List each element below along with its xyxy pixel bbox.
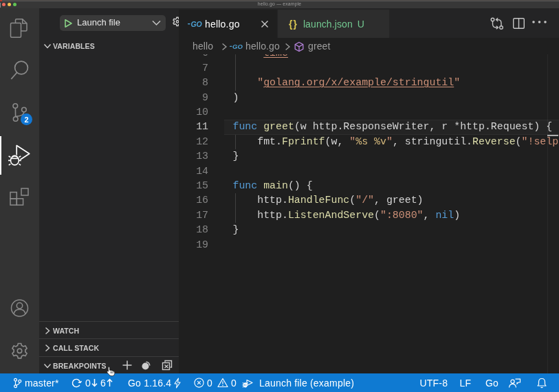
svg-text:GO: GO bbox=[190, 20, 201, 28]
svg-text:2: 2 bbox=[24, 115, 28, 123]
svg-text:GO: GO bbox=[232, 43, 243, 50]
